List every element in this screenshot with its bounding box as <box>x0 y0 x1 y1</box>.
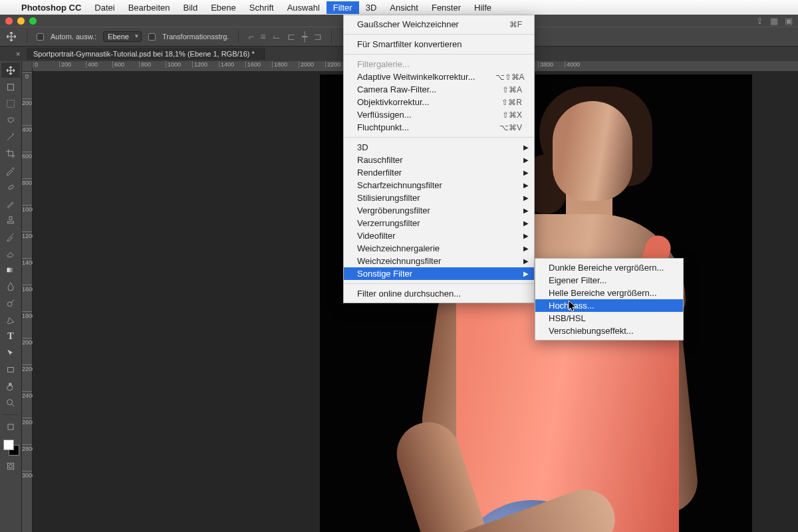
svg-point-4 <box>7 302 12 307</box>
other-verschiebungseffekt-[interactable]: Verschiebungseffekt... <box>535 325 683 337</box>
menu-filter[interactable]: Filter <box>327 1 359 14</box>
filter-sub-weichzeichnungsfilter[interactable]: Weichzeichnungsfilter▶ <box>344 255 534 267</box>
other-hochpass-[interactable]: Hochpass... <box>535 299 683 312</box>
svg-rect-0 <box>7 84 13 90</box>
align-top-icon[interactable]: ⌐ <box>248 31 253 42</box>
tool-artboard[interactable] <box>1 79 20 94</box>
minimize-icon[interactable] <box>17 17 25 25</box>
other-helle-bereiche-vergr-ern-[interactable]: Helle Bereiche vergrößern... <box>535 287 683 299</box>
tool-blur[interactable] <box>1 279 20 294</box>
tool-marquee[interactable] <box>1 96 20 111</box>
svg-point-6 <box>7 399 13 404</box>
other-hsb-hsl[interactable]: HSB/HSL <box>535 312 683 325</box>
menu-app[interactable]: Photoshop CC <box>15 1 88 14</box>
tool-path-select[interactable] <box>1 345 20 360</box>
filter-adaptive[interactable]: Adaptive Weitwinkelkorrektur...⌥⇧⌘A <box>344 70 534 83</box>
filter-last[interactable]: Gaußscher Weichzeichner⌘F <box>344 18 534 31</box>
svg-rect-5 <box>7 367 13 372</box>
filter-liquify[interactable]: Verflüssigen...⇧⌘X <box>344 108 534 121</box>
menu-datei[interactable]: Datei <box>88 1 121 14</box>
auto-select-checkbox[interactable] <box>37 33 44 41</box>
color-swatches[interactable] <box>2 440 19 457</box>
tool-gradient[interactable] <box>1 262 20 277</box>
align-hcenter-icon[interactable]: ┿ <box>302 31 307 42</box>
toolbox: T <box>0 61 22 532</box>
filter-sub-vergr-berungsfilter[interactable]: Vergröberungsfilter▶ <box>344 204 534 217</box>
tool-pen[interactable] <box>1 312 20 327</box>
filter-lens[interactable]: Objektivkorrektur...⇧⌘R <box>344 96 534 108</box>
mac-menubar: Photoshop CC Datei Bearbeiten Bild Ebene… <box>0 0 798 15</box>
tool-history-brush[interactable] <box>1 229 20 244</box>
filter-sub-videofilter[interactable]: Videofilter▶ <box>344 229 534 242</box>
filter-sub-rauschfilter[interactable]: Rauschfilter▶ <box>344 154 534 166</box>
menu-ebene[interactable]: Ebene <box>204 1 243 14</box>
tool-editmode[interactable] <box>1 419 20 434</box>
transform-checkbox[interactable] <box>148 33 156 41</box>
filter-sub-renderfilter[interactable]: Renderfilter▶ <box>344 166 534 179</box>
tool-eyedropper[interactable] <box>1 162 20 178</box>
tool-heal[interactable] <box>1 179 20 194</box>
move-tool-icon[interactable] <box>5 31 17 43</box>
align-right-icon[interactable]: ⊐ <box>314 31 322 42</box>
filter-gallery: Filtergalerie... <box>344 58 534 70</box>
filter-convert[interactable]: Für Smartfilter konvertieren <box>344 38 534 51</box>
close-icon[interactable] <box>5 17 13 25</box>
tool-wand[interactable] <box>1 129 20 144</box>
svg-point-9 <box>9 464 12 467</box>
zoom-icon[interactable] <box>29 17 37 25</box>
filter-other-submenu: Dunkle Bereiche vergrößern...Eigener Fil… <box>535 258 684 340</box>
camera-icon[interactable]: ▣ <box>785 16 793 26</box>
align-left-icon[interactable]: ⊏ <box>287 31 295 42</box>
tool-crop[interactable] <box>1 146 20 161</box>
filter-browse[interactable]: Filter online durchsuchen... <box>344 287 534 300</box>
auto-select-dropdown[interactable]: Ebene <box>103 31 142 42</box>
menu-schrift[interactable]: Schrift <box>243 1 281 14</box>
svg-rect-7 <box>8 424 13 430</box>
transform-label: Transformationsstrg. <box>162 33 229 41</box>
tool-type[interactable]: T <box>1 329 20 344</box>
filter-vanish[interactable]: Fluchtpunkt...⌥⌘V <box>344 121 534 134</box>
ruler-origin[interactable] <box>22 61 33 72</box>
tool-move[interactable] <box>1 63 20 78</box>
traffic-lights <box>5 17 37 25</box>
align-bottom-icon[interactable]: ⌙ <box>273 31 281 42</box>
tool-rectangle[interactable] <box>1 362 20 377</box>
menu-bearbeiten[interactable]: Bearbeiten <box>122 1 177 14</box>
menu-bild[interactable]: Bild <box>177 1 205 14</box>
svg-rect-1 <box>7 100 15 107</box>
document-tab[interactable]: Sportportrait-Gymnastik-Tutorial.psd bei… <box>27 48 265 60</box>
menu-3d[interactable]: 3D <box>359 1 384 14</box>
svg-rect-8 <box>7 463 13 469</box>
filter-sub-stilisierungsfilter[interactable]: Stilisierungsfilter▶ <box>344 192 534 204</box>
tool-dodge[interactable] <box>1 295 20 311</box>
auto-select-label: Autom. ausw.: <box>51 33 96 41</box>
tool-stamp[interactable] <box>1 212 20 227</box>
svg-rect-3 <box>7 267 15 272</box>
document-tab-label: Sportportrait-Gymnastik-Tutorial.psd bei… <box>33 50 255 58</box>
filter-menu: Gaußscher Weichzeichner⌘F Für Smartfilte… <box>343 15 535 303</box>
menu-auswahl[interactable]: Auswahl <box>281 1 327 14</box>
filter-cameraraw[interactable]: Camera Raw-Filter...⇧⌘A <box>344 83 534 96</box>
filter-sub-verzerrungsfilter[interactable]: Verzerrungsfilter▶ <box>344 217 534 229</box>
filter-sub-weichzeichnergalerie[interactable]: Weichzeichnergalerie▶ <box>344 242 534 255</box>
svg-rect-2 <box>8 184 14 190</box>
share-icon[interactable]: ⇪ <box>756 16 763 26</box>
menu-fenster[interactable]: Fenster <box>425 1 467 14</box>
filter-sub-3d[interactable]: 3D▶ <box>344 141 534 154</box>
arrange-icon[interactable]: ▦ <box>770 16 778 26</box>
filter-sub-sonstige-filter[interactable]: Sonstige Filter▶ <box>344 267 534 280</box>
other-eigener-filter-[interactable]: Eigener Filter... <box>535 274 683 287</box>
tool-eraser[interactable] <box>1 245 20 261</box>
vertical-ruler[interactable]: 0200400600800100012001400160018002000220… <box>22 72 33 532</box>
menu-ansicht[interactable]: Ansicht <box>383 1 425 14</box>
tool-zoom[interactable] <box>1 395 20 410</box>
tool-lasso[interactable] <box>1 112 20 128</box>
menu-hilfe[interactable]: Hilfe <box>467 1 498 14</box>
filter-sub-scharfzeichnungsfilter[interactable]: Scharfzeichnungsfilter▶ <box>344 179 534 192</box>
tool-quickmask[interactable] <box>1 458 20 473</box>
tool-brush[interactable] <box>1 196 20 211</box>
align-vcenter-icon[interactable]: ≡ <box>261 31 266 42</box>
other-dunkle-bereiche-vergr-ern-[interactable]: Dunkle Bereiche vergrößern... <box>535 261 683 274</box>
tool-hand[interactable] <box>1 378 20 394</box>
